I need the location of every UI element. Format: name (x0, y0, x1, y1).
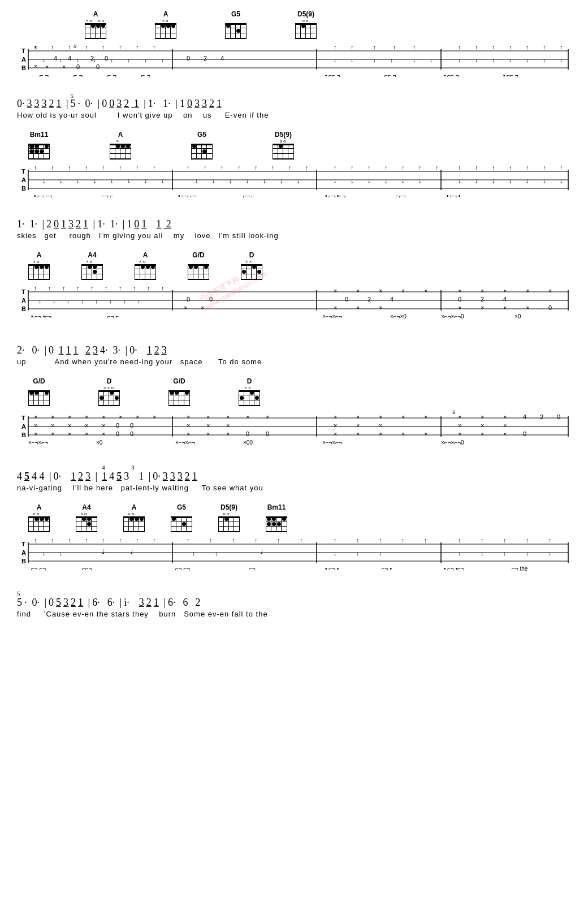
lyrics-line-4: na-vi-gating I'll be here pat-ient-ly wa… (17, 484, 571, 492)
svg-text:×: × (34, 430, 37, 437)
svg-text:⌐ ¬: ⌐ ¬ (141, 72, 150, 79)
svg-text:×: × (379, 430, 382, 437)
svg-text:↑: ↑ (187, 537, 190, 544)
svg-text:B: B (21, 432, 26, 438)
tab-staff-4: T A B × × × × × × × × × × × × (17, 409, 571, 466)
notation-line-3: 2· 0· | 0 1 1 1 2 3 4· 3· | 0· 1 2 3 (17, 344, 571, 356)
svg-text:4: 4 (54, 55, 57, 62)
svg-text:↓: ↓ (195, 177, 198, 184)
chord-A-7: A ×o (123, 503, 145, 532)
svg-text:↑: ↑ (548, 537, 552, 544)
svg-text:T: T (21, 288, 25, 295)
svg-text:×: × (401, 430, 405, 437)
svg-text:×: × (458, 287, 461, 294)
svg-text:• ⌐¬ ⌐¬: • ⌐¬ ⌐¬ (34, 193, 53, 199)
svg-text:• ⌐⌐ ¬: • ⌐⌐ ¬ (325, 72, 340, 79)
svg-text:↓: ↓ (110, 57, 114, 63)
svg-text:↓: ↓ (458, 550, 461, 557)
svg-text:×: × (503, 430, 507, 437)
svg-text:×: × (34, 413, 37, 420)
svg-text:⌐¬ ⌐¬: ⌐¬ ⌐¬ (31, 566, 46, 572)
svg-text:4: 4 (220, 55, 224, 62)
svg-text:↓: ↓ (192, 550, 196, 557)
svg-text:↓: ↓ (93, 177, 97, 184)
svg-text:B: B (21, 185, 26, 192)
svg-text:↑: ↑ (85, 537, 88, 544)
svg-text:⌐⌐¬: ⌐⌐¬ (396, 193, 406, 199)
svg-text:↑: ↑ (481, 537, 484, 544)
svg-text:0: 0 (345, 296, 348, 303)
svg-text:↑: ↑ (34, 44, 37, 50)
svg-text:×: × (62, 63, 66, 70)
svg-text:×: × (206, 422, 210, 429)
chord-A-5: A ×o (135, 251, 156, 280)
chord-D59-3: D5(9) oo (218, 503, 240, 532)
svg-text:↑: ↑ (509, 44, 512, 50)
svg-text:↓: ↓ (560, 57, 563, 63)
svg-text:• ⌐¬ •: • ⌐¬ • (325, 566, 339, 572)
svg-text:×: × (187, 413, 190, 420)
svg-text:×: × (85, 430, 88, 437)
svg-text:♩: ♩ (102, 548, 105, 555)
svg-text:↓: ↓ (212, 177, 215, 184)
svg-text:×: × (356, 430, 360, 437)
svg-text:↓: ↓ (526, 177, 529, 184)
svg-text:×: × (102, 430, 105, 437)
svg-text:↑: ↑ (51, 164, 54, 171)
svg-text:×: × (34, 422, 37, 429)
svg-text:↓: ↓ (93, 57, 97, 63)
svg-text:×: × (481, 430, 484, 437)
svg-text:0: 0 (458, 296, 461, 303)
chord-G5-1: G5 (225, 10, 247, 39)
page: 约谱客谱下网www.yueshanpu.com A ×o oo (0, 0, 588, 634)
svg-text:↓: ↓ (53, 298, 56, 304)
svg-text:• ⌐¬ •⌐¬: • ⌐¬ •⌐¬ (325, 193, 345, 199)
svg-text:↑: ↑ (288, 164, 292, 171)
svg-text:×: × (481, 422, 484, 429)
svg-text:↓: ↓ (229, 177, 232, 184)
svg-text:A: A (21, 549, 26, 556)
chord-GD-1: G/D (188, 251, 209, 280)
tab-staff-1: T A B × × s 4 4 2 0 × (17, 42, 571, 93)
svg-text:♩: ♩ (260, 548, 263, 555)
svg-text:×: × (85, 413, 88, 420)
svg-text:↑: ↑ (136, 44, 139, 50)
svg-text:↑: ↑ (475, 44, 478, 50)
svg-text:⌐ ¬: ⌐ ¬ (40, 72, 49, 79)
svg-text:4: 4 (503, 296, 507, 303)
chord-G5-3: G5 (171, 503, 192, 532)
svg-text:↓: ↓ (543, 177, 546, 184)
svg-text:×⌐¬×⌐¬: ×⌐¬×⌐¬ (28, 439, 48, 446)
svg-text:↑: ↑ (161, 284, 165, 291)
svg-text:↓: ↓ (280, 177, 283, 184)
section-4: G/D D (17, 376, 571, 492)
svg-text:0: 0 (266, 430, 269, 437)
svg-text:↓: ↓ (458, 57, 461, 63)
chord-G5-2: G5 (191, 131, 213, 159)
svg-text:↑: ↑ (119, 537, 122, 544)
svg-text:↑: ↑ (85, 44, 88, 50)
svg-text:2: 2 (368, 296, 371, 303)
svg-text:↓: ↓ (475, 177, 478, 184)
svg-text:×⌐¬×⌐¬0: ×⌐¬×⌐¬0 (441, 313, 464, 320)
svg-text:↑: ↑ (413, 44, 416, 50)
svg-text:↑: ↑ (102, 537, 105, 544)
svg-text:×: × (379, 422, 382, 429)
svg-text:0: 0 (246, 430, 249, 437)
svg-text:↓: ↓ (161, 57, 165, 63)
svg-text:0: 0 (96, 63, 100, 70)
svg-text:×: × (153, 413, 156, 420)
svg-text:0: 0 (76, 63, 80, 70)
svg-text:×: × (184, 304, 187, 311)
svg-text:↓: ↓ (67, 298, 70, 304)
chord-D59-2: D5(9) oo (273, 131, 294, 159)
svg-text:×: × (503, 422, 507, 429)
svg-text:↑: ↑ (232, 537, 235, 544)
svg-text:×: × (379, 287, 382, 294)
svg-text:↑: ↑ (526, 537, 529, 544)
svg-text:×: × (246, 413, 249, 420)
chord-A4-2: A4 ×o (76, 503, 97, 532)
section-3: A ×o A4 (17, 250, 571, 366)
svg-text:↑: ↑ (492, 164, 495, 171)
section-1: A ×o oo A (17, 6, 571, 119)
